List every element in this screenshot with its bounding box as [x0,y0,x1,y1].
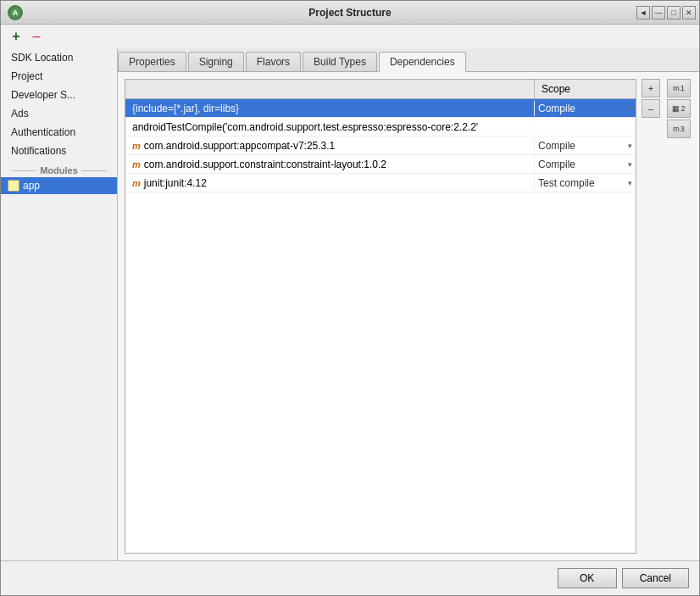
scope-dropdown-arrow-1[interactable]: ▾ [628,104,632,113]
rs-button-2[interactable]: ▦ 2 [667,99,691,118]
tab-flavors[interactable]: Flavors [246,52,301,71]
add-dep-button[interactable]: + [642,79,660,97]
right-panel: Properties Signing Flavors Build Types D… [118,48,699,560]
close-button[interactable]: ✕ [682,6,696,19]
table-row[interactable]: m com.android.support.constraint:constra… [125,155,636,174]
dep-label-3: com.android.support:appcompat-v7:25.3.1 [144,140,335,152]
sidebar-item-developer-s[interactable]: Developer S... [1,86,117,104]
sidebar-item-app[interactable]: app [1,177,117,194]
add-button[interactable]: + [8,28,25,45]
dep-name-2: androidTestCompile('com.android.support.… [125,120,534,135]
deps-table: Scope {include=[*.jar], dir=libs} Compil… [125,79,636,554]
maximize-button[interactable]: □ [667,6,681,19]
dep-icon-m-4: m [132,159,141,170]
tabs: Properties Signing Flavors Build Types D… [118,48,699,72]
dep-scope-1[interactable]: Compile ▾ [534,101,636,116]
app-logo: A [8,5,23,20]
window-title: Project Structure [308,7,391,19]
remove-dep-button[interactable]: – [642,99,660,118]
scope-dropdown-arrow-3[interactable]: ▾ [628,142,632,150]
minimize-button[interactable]: — [652,6,665,19]
scope-dropdown-arrow-5[interactable]: ▾ [628,179,632,187]
tab-dependencies[interactable]: Dependencies [379,52,466,72]
right-side-panel: m 1 ▦ 2 m 3 [667,79,692,554]
dep-name-1: {include=[*.jar], dir=libs} [125,101,534,116]
tab-build-types[interactable]: Build Types [303,52,377,71]
rs-button-1[interactable]: m 1 [667,79,691,97]
dep-scope-val-3: Compile [538,140,575,152]
side-actions: + – [642,79,662,554]
sidebar-item-authentication[interactable]: Authentication [1,123,117,142]
dep-scope-5[interactable]: Test compile ▾ [534,175,636,191]
dep-label-5: junit:junit:4.12 [144,177,207,189]
dep-name-3: m com.android.support:appcompat-v7:25.3.… [125,138,534,153]
dep-icon-m-3: m [132,141,141,151]
rs-icon-3: m [673,125,680,133]
panel-content: Scope {include=[*.jar], dir=libs} Compil… [118,72,699,560]
dep-scope-2 [534,125,636,129]
dep-label-2: androidTestCompile('com.android.support.… [132,121,478,133]
deps-table-body: {include=[*.jar], dir=libs} Compile ▾ an… [125,99,636,553]
rs-label-1: 1 [681,84,685,92]
dep-label-4: com.android.support.constraint:constrain… [144,159,386,170]
dep-label-1: {include=[*.jar], dir=libs} [132,103,239,114]
project-structure-window: A Project Structure ◄ — □ ✕ + – SDK Loca… [0,0,700,596]
tab-properties[interactable]: Properties [118,52,186,71]
sidebar-item-ads[interactable]: Ads [1,104,117,123]
toolbar: + – [1,25,699,48]
rs-icon-2: ▦ [672,104,680,113]
tab-signing[interactable]: Signing [188,52,244,71]
sidebar-item-app-label: app [23,180,40,192]
ok-button[interactable]: OK [558,568,617,588]
dep-name-5: m junit:junit:4.12 [125,175,534,191]
modules-section-label: Modules [1,160,117,177]
table-row[interactable]: {include=[*.jar], dir=libs} Compile ▾ [125,99,636,118]
dep-scope-val-5: Test compile [538,177,595,189]
table-row[interactable]: androidTestCompile('com.android.support.… [125,118,636,136]
sidebar-item-project[interactable]: Project [1,67,117,86]
dep-name-4: m com.android.support.constraint:constra… [125,157,534,172]
bottom-bar: OK Cancel [1,560,699,595]
remove-button[interactable]: – [28,28,45,45]
dep-scope-val-1: Compile [538,103,575,114]
sidebar-item-sdk-location[interactable]: SDK Location [1,48,117,67]
back-button[interactable]: ◄ [636,6,650,19]
dep-scope-val-4: Compile [538,159,575,170]
sidebar-item-notifications[interactable]: Notifications [1,142,117,160]
rs-label-2: 2 [681,104,685,113]
table-row[interactable]: m com.android.support:appcompat-v7:25.3.… [125,136,636,155]
table-row[interactable]: m junit:junit:4.12 Test compile ▾ [125,174,636,192]
scope-dropdown-arrow-4[interactable]: ▾ [628,160,632,169]
rs-icon-1: m [673,84,680,92]
dep-scope-4[interactable]: Compile ▾ [534,157,636,172]
window-controls: ◄ — □ ✕ [636,6,696,19]
deps-table-header: Scope [125,80,636,99]
rs-button-3[interactable]: m 3 [667,120,691,138]
col-scope-header: Scope [534,80,636,98]
titlebar: A Project Structure ◄ — □ ✕ [1,1,699,25]
sidebar: SDK Location Project Developer S... Ads … [1,48,118,560]
rs-label-3: 3 [681,125,685,133]
dep-icon-m-5: m [132,178,141,188]
col-dep-header [125,80,534,98]
module-icon-app [8,180,19,192]
dep-scope-3[interactable]: Compile ▾ [534,138,636,153]
main-content: SDK Location Project Developer S... Ads … [1,48,699,560]
cancel-button[interactable]: Cancel [622,568,689,588]
